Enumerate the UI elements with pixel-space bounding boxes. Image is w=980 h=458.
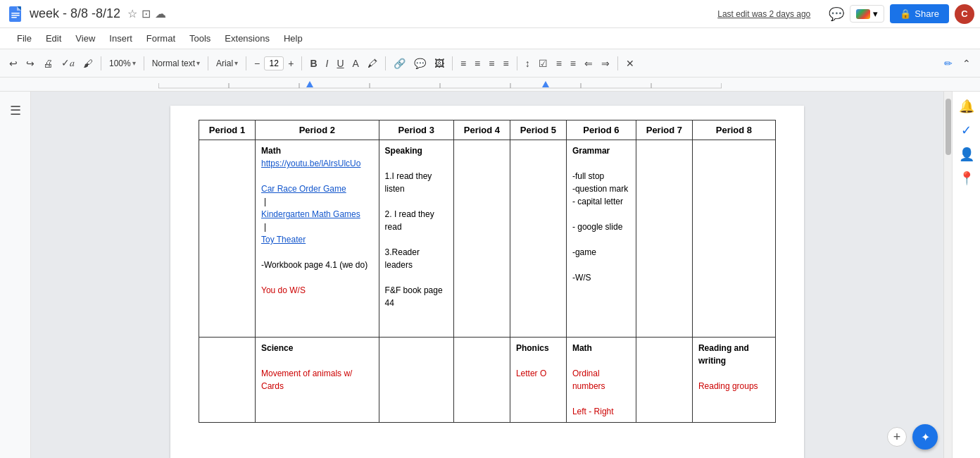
numbered-list[interactable]: ≡ <box>567 56 579 71</box>
r2-p2-subject: Science <box>261 342 373 354</box>
cell-r2-p5: Phonics Letter O <box>510 338 566 423</box>
separator-8 <box>517 56 517 70</box>
cell-r1-p4 <box>453 140 510 338</box>
svg-marker-16 <box>542 81 549 87</box>
r2-p2-content: Science Movement of animals w/ Cards <box>261 342 373 392</box>
align-center[interactable]: ≡ <box>471 56 484 71</box>
avatar[interactable]: C <box>955 4 974 24</box>
check-icon[interactable]: ✓ <box>961 123 972 138</box>
p2-workbook: -Workbook page 4.1 (we do) <box>261 259 373 271</box>
align-right[interactable]: ≡ <box>485 56 498 71</box>
clear-format[interactable]: ✕ <box>622 56 638 71</box>
p2-subject: Math <box>261 144 373 157</box>
menu-help[interactable]: Help <box>278 31 308 46</box>
menu-file[interactable]: File <box>11 31 37 46</box>
p3-2: 2. I read they read <box>385 208 448 233</box>
explore-button[interactable]: ✦ <box>912 424 938 450</box>
underline-button[interactable]: U <box>333 56 347 71</box>
cell-r2-p3 <box>379 338 453 423</box>
schedule-table: Period 1 Period 2 Period 3 Period 4 Peri… <box>199 120 776 423</box>
cloud-icon[interactable]: ☁ <box>155 7 166 20</box>
font-size-value[interactable]: 12 <box>264 56 284 70</box>
image-button[interactable]: 🖼 <box>431 56 448 71</box>
text-color-button[interactable]: A <box>349 56 363 71</box>
doc-area[interactable]: Period 1 Period 2 Period 3 Period 4 Peri… <box>31 92 943 458</box>
notifications-icon[interactable]: 🔔 <box>959 99 974 114</box>
cell-r2-p7 <box>636 338 692 423</box>
bold-button[interactable]: B <box>306 56 320 71</box>
cell-r2-p2: Science Movement of animals w/ Cards <box>256 338 379 423</box>
r2-p6-content: Math Ordinal numbers Left - Right <box>572 342 630 418</box>
document-outline-icon[interactable]: ☰ <box>10 103 21 118</box>
chat-icon[interactable]: 💬 <box>829 6 844 22</box>
zoom-select[interactable]: 100% ▾ <box>106 56 139 70</box>
style-select[interactable]: Normal text ▾ <box>149 56 203 70</box>
p3-3: 3.Reader leaders <box>385 246 448 271</box>
p2-link[interactable]: https://youtu.be/lAlrsUlcUo <box>261 157 373 170</box>
ruler <box>0 78 980 92</box>
comment-button[interactable]: 💬 <box>410 56 429 71</box>
align-left[interactable]: ≡ <box>457 56 470 71</box>
header-p7: Period 7 <box>636 120 692 140</box>
cell-r2-p4 <box>453 338 510 423</box>
expand-button[interactable]: ⌃ <box>959 56 974 71</box>
font-select[interactable]: Arial ▾ <box>213 56 241 70</box>
paintformat-button[interactable]: 🖌 <box>80 56 96 71</box>
r2-p6-red1: Ordinal numbers <box>572 367 630 392</box>
svg-rect-4 <box>11 17 17 18</box>
indent-less[interactable]: ⇐ <box>581 56 596 71</box>
map-pin-icon[interactable]: 📍 <box>959 171 974 186</box>
p3-1: 1.I read they listen <box>385 170 448 195</box>
zoom-plus-button[interactable]: + <box>887 427 907 447</box>
meet-button[interactable]: ▾ <box>850 5 884 23</box>
line-spacing[interactable]: ↕ <box>522 56 534 71</box>
italic-button[interactable]: I <box>322 56 332 71</box>
r2-p6-subject: Math <box>572 342 630 354</box>
cell-r1-p6: Grammar -full stop -question mark - capi… <box>566 140 636 338</box>
highlight-button[interactable]: 🖍 <box>364 56 381 71</box>
redo-button[interactable]: ↪ <box>23 56 38 71</box>
font-size-decrease[interactable]: − <box>251 56 263 71</box>
font-size-increase[interactable]: + <box>284 56 297 71</box>
zoom-arrow: ▾ <box>132 59 136 67</box>
p2-content: Math https://youtu.be/lAlrsUlcUo Car Rac… <box>261 144 373 297</box>
folder-icon[interactable]: ⊡ <box>142 7 151 20</box>
checklist[interactable]: ☑ <box>535 56 551 71</box>
menu-view[interactable]: View <box>70 31 101 46</box>
header-p4: Period 4 <box>453 120 510 140</box>
undo-button[interactable]: ↩ <box>6 56 21 71</box>
svg-marker-15 <box>306 81 313 87</box>
menu-edit[interactable]: Edit <box>40 31 67 46</box>
header-row: Period 1 Period 2 Period 3 Period 4 Peri… <box>199 120 776 140</box>
menu-insert[interactable]: Insert <box>103 31 138 46</box>
r2-p8-red: Reading groups <box>698 380 769 392</box>
p6-4: - google slide <box>572 221 630 233</box>
r2-p2-red: Movement of animals w/ Cards <box>261 367 373 392</box>
title-icons: ☆ ⊡ ☁ <box>127 7 166 20</box>
header-p5: Period 5 <box>510 120 566 140</box>
p2-link3[interactable]: Kindergarten Math Games <box>261 208 373 221</box>
print-button[interactable]: 🖨 <box>39 56 56 71</box>
link-button[interactable]: 🔗 <box>390 56 409 71</box>
p6-6: -W/S <box>572 271 630 284</box>
scrollbar[interactable] <box>943 92 952 458</box>
scrollbar-thumb[interactable] <box>946 99 951 155</box>
menu-format[interactable]: Format <box>141 31 181 46</box>
align-justify[interactable]: ≡ <box>499 56 512 71</box>
edit-mode[interactable]: ✏ <box>941 56 956 71</box>
p6-subject: Grammar <box>572 144 630 157</box>
p2-link4[interactable]: Toy Theater <box>261 233 373 246</box>
indent-more[interactable]: ⇒ <box>598 56 613 71</box>
share-button[interactable]: 🔒 Share <box>890 4 949 23</box>
spellcheck-button[interactable]: ✓𝑎 <box>58 55 78 71</box>
header-p2: Period 2 <box>256 120 379 140</box>
separator-9 <box>617 56 618 70</box>
bullet-list[interactable]: ≡ <box>553 56 565 71</box>
p2-link2[interactable]: Car Race Order Game <box>261 182 373 195</box>
r2-p6-red2: Left - Right <box>572 405 630 418</box>
star-icon[interactable]: ☆ <box>127 7 137 20</box>
top-right-actions: 💬 ▾ 🔒 Share C <box>829 4 974 24</box>
person-icon[interactable]: 👤 <box>959 147 974 162</box>
menu-tools[interactable]: Tools <box>184 31 216 46</box>
menu-extensions[interactable]: Extensions <box>219 31 275 46</box>
